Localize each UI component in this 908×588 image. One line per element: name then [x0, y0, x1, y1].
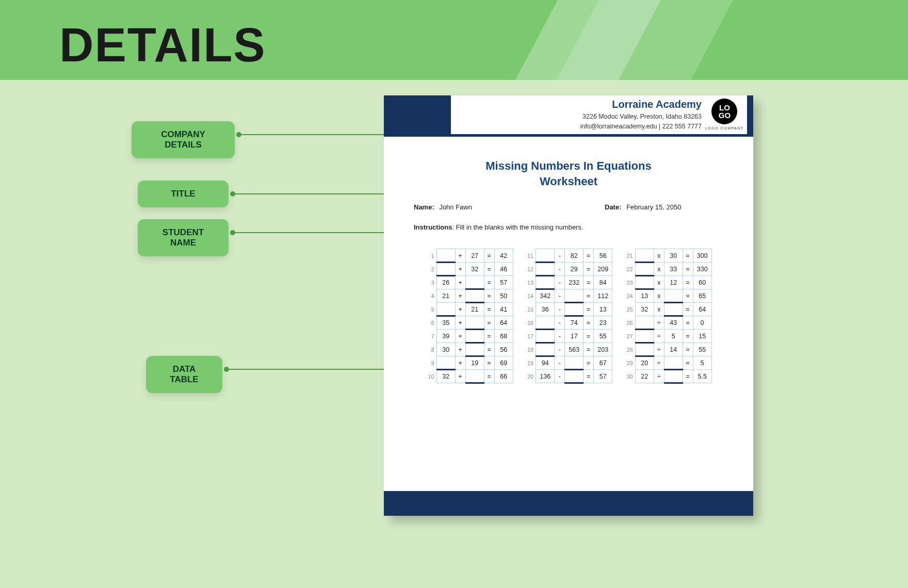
equals-sign: =: [583, 316, 594, 330]
table-row: 16-74=23: [525, 316, 612, 330]
operator: +: [455, 330, 465, 343]
operand-a: 21: [436, 289, 455, 303]
operator: ÷: [654, 330, 664, 343]
operator: -: [555, 289, 565, 303]
operator: -: [555, 249, 565, 263]
operator: +: [455, 263, 465, 276]
operand-a: [536, 249, 555, 263]
row-index: 15: [525, 303, 536, 316]
result: 42: [494, 249, 513, 263]
operand-b: 32: [465, 263, 484, 276]
result: 67: [594, 356, 612, 370]
equals-sign: =: [583, 356, 594, 370]
worksheet-meta: Name: John Fawn Date: February 15, 2050: [414, 203, 723, 211]
operand-b: [465, 343, 484, 356]
operator: ÷: [654, 356, 664, 370]
operand-b: 563: [565, 343, 583, 356]
worksheet-title: Missing Numbers In EquationsWorksheet: [384, 158, 753, 189]
row-index: 11: [525, 249, 536, 263]
operand-a: [436, 356, 455, 370]
worksheet-document: Lorraine Academy 3226 Modoc Valley, Pres…: [384, 95, 753, 516]
row-index: 16: [525, 316, 536, 330]
equals-sign: =: [484, 316, 494, 330]
operand-b: [465, 289, 484, 303]
row-index: 3: [425, 276, 436, 289]
table-row: 9+19=69: [425, 356, 513, 370]
operand-a: [635, 249, 654, 263]
operand-a: [635, 343, 654, 356]
result: 50: [494, 289, 513, 303]
operand-b: 21: [465, 303, 484, 316]
label-student-name: STUDENT NAME: [138, 219, 229, 256]
equals-sign: =: [583, 276, 594, 289]
result: 209: [594, 263, 612, 276]
operator: x: [654, 276, 664, 289]
operand-b: 17: [565, 330, 583, 343]
row-index: 9: [425, 356, 436, 370]
operator: ÷: [654, 316, 664, 330]
row-index: 4: [425, 289, 436, 303]
table-row: 1994-=67: [525, 356, 612, 370]
operand-b: 43: [664, 316, 683, 330]
equation-tables: 1+27=422+32=46326+=57421+=505+21=41635+=…: [398, 249, 739, 384]
logo-subtitle: LOGO COMPANY: [705, 126, 744, 130]
row-index: 20: [525, 370, 536, 383]
equals-sign: =: [583, 263, 594, 276]
date-value: February 15, 2050: [626, 203, 681, 211]
table-row: 17-17=55: [525, 330, 612, 343]
row-index: 26: [624, 316, 635, 330]
equals-sign: =: [484, 263, 494, 276]
equals-sign: =: [583, 303, 594, 316]
result: 57: [494, 276, 513, 289]
row-index: 22: [624, 263, 635, 276]
row-index: 19: [525, 356, 536, 370]
table-row: 26÷43=0: [624, 316, 711, 330]
operand-a: 136: [536, 370, 555, 383]
equation-table: 21x30=30022x33=33023x12=602413x=652532x=…: [624, 249, 712, 384]
result: 13: [594, 303, 612, 316]
table-row: 27÷5=15: [624, 330, 711, 343]
operand-a: 30: [436, 343, 455, 356]
result: 23: [594, 316, 612, 330]
row-index: 23: [624, 276, 635, 289]
result: 15: [693, 330, 711, 343]
equation-table: 11-82=5612-29=20913-232=8414342-=1121536…: [525, 249, 613, 384]
equals-sign: =: [683, 370, 693, 383]
table-row: 5+21=41: [425, 303, 513, 316]
equals-sign: =: [484, 303, 494, 316]
row-index: 13: [525, 276, 536, 289]
equals-sign: =: [583, 289, 594, 303]
operand-a: [436, 303, 455, 316]
logo-line2: GO: [719, 111, 731, 119]
operator: x: [654, 289, 664, 303]
table-row: 2920÷=5: [624, 356, 711, 370]
operand-a: [536, 330, 555, 343]
operator: +: [455, 249, 465, 263]
company-details: Lorraine Academy 3226 Modoc Valley, Pres…: [580, 99, 702, 132]
table-row: 28÷14=55: [624, 343, 711, 356]
operand-b: 12: [664, 276, 683, 289]
equals-sign: =: [583, 249, 594, 263]
table-row: 2532x=64: [624, 303, 711, 316]
equals-sign: =: [484, 343, 494, 356]
table-row: 22x33=330: [624, 263, 711, 276]
result: 300: [693, 249, 711, 263]
table-row: 23x12=60: [624, 276, 711, 289]
meta-date: Date: February 15, 2050: [532, 203, 723, 211]
label-data-table: DATA TABLE: [146, 356, 222, 393]
equation-table: 1+27=422+32=46326+=57421+=505+21=41635+=…: [425, 249, 513, 384]
row-index: 2: [425, 263, 436, 276]
label-company-details: COMPANY DETAILS: [132, 121, 235, 158]
equals-sign: =: [583, 370, 594, 383]
result: 5.5: [693, 370, 711, 383]
operator: x: [654, 249, 664, 263]
table-row: 326+=57: [425, 276, 513, 289]
result: 330: [693, 263, 711, 276]
result: 55: [693, 343, 711, 356]
operand-b: 19: [465, 356, 484, 370]
operand-a: [536, 343, 555, 356]
result: 68: [494, 330, 513, 343]
equals-sign: =: [583, 343, 594, 356]
doc-header-right-bar: [747, 95, 753, 134]
operand-a: 20: [635, 356, 654, 370]
